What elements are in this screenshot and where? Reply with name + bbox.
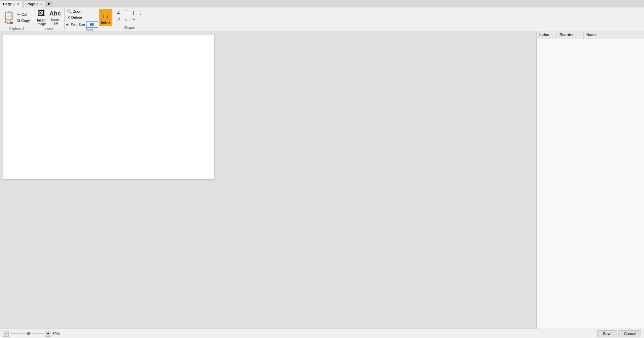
tools-group-content: 🔍 Zoom ✕ Delete A↕ Font Size ⬚ — [66, 9, 112, 28]
paste-icon: 📋 — [3, 10, 14, 21]
toolbar: Page 1 ✕ Page 2 ✕ ▶ 📋 Paste ✂ Cut — [0, 0, 644, 31]
copy-button[interactable]: ⧉ Copy — [16, 18, 31, 23]
cancel-button[interactable]: Cancel — [618, 330, 641, 337]
panel-header: Index Reorder Name — [537, 31, 644, 39]
zoom-minus-button[interactable]: − — [3, 331, 9, 337]
insert-text-icon: Abc — [49, 10, 61, 17]
tools-col-right: ⬚ Select — [99, 9, 112, 28]
page-canvas — [3, 35, 214, 179]
clipboard-group-content: 📋 Paste ✂ Cut ⧉ Copy — [2, 9, 31, 26]
tab-page1-label: Page 1 — [3, 2, 15, 6]
insert-text-label: InsertText — [51, 18, 59, 25]
font-size-input[interactable] — [86, 22, 98, 28]
tools-group: 🔍 Zoom ✕ Delete A↕ Font Size ⬚ — [65, 8, 114, 30]
zoom-slider-thumb — [27, 332, 30, 335]
clipboard-group-label: Clipboard — [9, 26, 24, 31]
canvas-area[interactable] — [0, 31, 536, 329]
insert-image-icon: 🖼 — [38, 9, 45, 18]
tab-page2-close[interactable]: ✕ — [40, 2, 43, 6]
shapes-group-label: Shapes — [115, 25, 144, 30]
panel-col-index: Index — [537, 31, 557, 39]
shape-angle[interactable]: ∠ — [115, 9, 122, 15]
status-bar: − + 50% Save Cancel — [0, 329, 644, 338]
shape-wave[interactable]: ∿ — [123, 16, 130, 23]
panel-col-reorder: Reorder — [557, 31, 584, 39]
right-panel: Index Reorder Name — [536, 31, 644, 329]
zoom-button[interactable]: 🔍 Zoom — [66, 9, 98, 14]
insert-group: 🖼 InsertImage Abc InsertText Insert — [33, 8, 65, 30]
paste-label: Paste — [4, 21, 13, 25]
tab-page2[interactable]: Page 2 ✕ — [23, 0, 46, 8]
panel-col-name: Name — [584, 31, 644, 39]
shape-parallel[interactable]: // — [115, 16, 122, 23]
insert-image-button[interactable]: 🖼 InsertImage — [35, 9, 47, 26]
font-size-icon: A↕ — [66, 23, 70, 27]
zoom-plus-button[interactable]: + — [45, 331, 51, 337]
select-button[interactable]: ⬚ Select — [99, 9, 112, 26]
main-area: Index Reorder Name — [0, 31, 644, 329]
copy-label: Copy — [21, 18, 30, 23]
tab-page2-label: Page 2 — [26, 2, 38, 6]
delete-label: Delete — [71, 15, 82, 19]
shape-arc[interactable]: ⌒ — [123, 9, 130, 15]
ribbon: 📋 Paste ✂ Cut ⧉ Copy Clipboard — [0, 7, 644, 31]
tools-col-left: 🔍 Zoom ✕ Delete A↕ Font Size — [66, 9, 98, 28]
font-size-row: A↕ Font Size — [66, 22, 98, 28]
insert-text-button[interactable]: Abc InsertText — [48, 9, 62, 26]
add-tab-button[interactable]: ▶ — [46, 1, 52, 6]
paste-button[interactable]: 📋 Paste — [2, 9, 15, 26]
zoom-slider[interactable] — [10, 333, 44, 334]
zoom-icon: 🔍 — [67, 9, 72, 14]
zoom-percent: 50% — [52, 332, 60, 336]
tabs-bar: Page 1 ✕ Page 2 ✕ ▶ — [0, 0, 644, 7]
cut-button[interactable]: ✂ Cut — [16, 12, 31, 17]
save-button[interactable]: Save — [597, 330, 617, 337]
font-size-label: Font Size — [71, 23, 85, 27]
shape-bracket-left[interactable]: [ — [130, 9, 137, 15]
shape-bracket-right[interactable]: ] — [138, 9, 144, 15]
delete-button[interactable]: ✕ Delete — [66, 15, 98, 20]
tab-page1[interactable]: Page 1 ✕ — [0, 0, 23, 8]
cut-copy-column: ✂ Cut ⧉ Copy — [16, 9, 31, 26]
cut-icon: ✂ — [17, 12, 21, 17]
insert-group-label: Insert — [44, 26, 53, 31]
delete-icon: ✕ — [67, 15, 70, 20]
shape-line[interactable]: — — [138, 16, 144, 23]
shape-tilde[interactable]: 〜 — [130, 16, 137, 23]
select-icon: ⬚ — [101, 11, 110, 20]
zoom-label: Zoom — [73, 9, 82, 13]
copy-icon: ⧉ — [17, 18, 20, 23]
panel-content — [537, 39, 644, 329]
clipboard-group: 📋 Paste ✂ Cut ⧉ Copy Clipboard — [0, 8, 33, 30]
cut-label: Cut — [22, 12, 27, 16]
shapes-grid: ∠ ⌒ [ ] // ∿ 〜 — — [115, 9, 144, 25]
insert-image-label: InsertImage — [37, 18, 46, 26]
select-label: Select — [101, 21, 110, 25]
shapes-group: ∠ ⌒ [ ] // ∿ 〜 — Shapes — [114, 8, 146, 30]
insert-group-content: 🖼 InsertImage Abc InsertText — [35, 9, 62, 26]
tab-page1-close[interactable]: ✕ — [17, 2, 20, 6]
